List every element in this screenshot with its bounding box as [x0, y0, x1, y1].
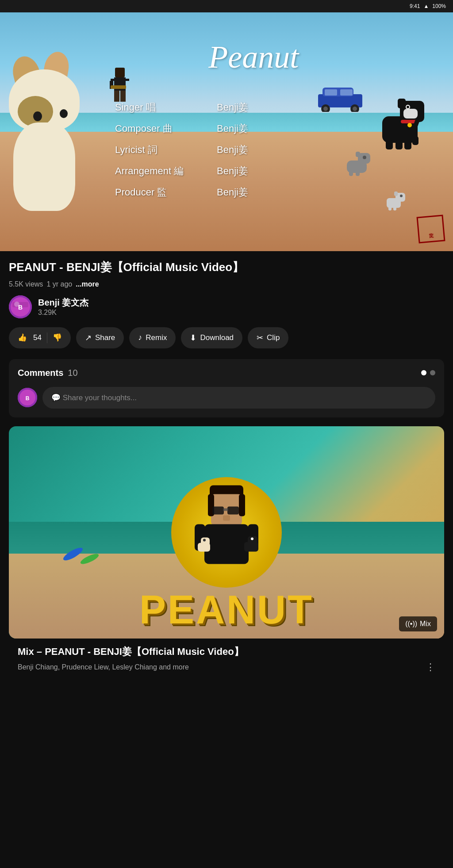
gray-dog-svg [342, 149, 373, 176]
channel-avatar-image: B [9, 295, 32, 318]
comments-label: Comments [18, 368, 63, 378]
status-time: 9:41 [410, 3, 420, 9]
composer-label: Composer 曲 [115, 122, 203, 135]
share-label: Share [95, 333, 115, 342]
svg-rect-14 [325, 89, 337, 96]
comments-count: 10 [68, 368, 77, 378]
wifi-icon: ▲ [423, 3, 429, 9]
download-label: Download [200, 333, 234, 342]
svg-rect-15 [340, 89, 353, 96]
related-video-info: Mix – PEANUT - BENJI姜【Official Music Vid… [9, 646, 444, 673]
dog-eye-left [33, 111, 42, 121]
clip-button[interactable]: ✂ Clip [248, 327, 288, 348]
status-wifi: ▲ [423, 3, 429, 9]
arrangement-value: Benji姜 [217, 164, 248, 178]
arrangement-label: Arrangement 編 [115, 164, 203, 178]
black-dog-svg [373, 92, 431, 149]
dog-body [13, 122, 75, 211]
producer-label: Producer 監 [115, 186, 203, 199]
svg-point-31 [363, 156, 366, 159]
svg-rect-52 [239, 494, 245, 516]
related-channel-info: Benji Chiang, Prudence Liew, Lesley Chia… [18, 663, 426, 671]
tiny-dog-svg [384, 189, 409, 211]
comments-sort-icons[interactable] [421, 370, 435, 375]
mix-radio-icon: ((•)) [405, 620, 417, 628]
svg-rect-7 [120, 91, 126, 102]
pixel-person-container [187, 481, 266, 580]
sort-dot-active [421, 370, 426, 375]
black-white-dog [373, 92, 431, 151]
svg-rect-32 [356, 152, 360, 157]
sort-dot-inactive [430, 370, 435, 375]
comment-icon: 💬 [51, 394, 61, 402]
comments-header: Comments 10 [18, 368, 435, 378]
pixel-car-container [316, 83, 365, 114]
svg-point-23 [407, 123, 412, 127]
download-icon: ⬇ [190, 333, 196, 343]
channel-row: B Benji 姜文杰 3.29K [9, 295, 444, 318]
svg-point-11 [323, 107, 328, 111]
channel-name[interactable]: Benji 姜文杰 [38, 297, 88, 309]
more-link[interactable]: ...more [76, 280, 99, 288]
lyricist-value: Benji姜 [217, 143, 248, 157]
remix-label: Remix [146, 333, 167, 342]
related-meta: Benji Chiang, Prudence Liew, Lesley Chia… [18, 662, 435, 673]
credit-row-arrangement: Arrangement 編 Benji姜 [115, 164, 248, 178]
pixel-car-svg [316, 83, 365, 112]
commenter-avatar: B [18, 388, 37, 407]
svg-rect-57 [204, 524, 249, 564]
svg-rect-54 [227, 506, 239, 514]
tiny-pixel-dog [384, 189, 409, 213]
lyricist-label: Lyricist 詞 [115, 143, 203, 157]
svg-rect-64 [248, 536, 257, 545]
video-peanut-title: Peanut [208, 39, 299, 76]
svg-rect-61 [201, 537, 210, 545]
svg-point-20 [407, 106, 409, 108]
svg-rect-34 [356, 171, 360, 176]
svg-rect-4 [111, 85, 126, 89]
svg-rect-56 [223, 515, 230, 520]
svg-rect-0 [115, 68, 125, 77]
composer-value: Benji姜 [217, 122, 248, 135]
svg-point-65 [251, 537, 253, 540]
share-button[interactable]: ↗ Share [76, 327, 124, 348]
guitarist-svg [102, 65, 137, 110]
pixel-guitarist [102, 65, 137, 110]
dog-eye-right [60, 109, 68, 118]
singer-value: Benji姜 [217, 101, 248, 114]
related-video-title[interactable]: Mix – PEANUT - BENJI姜【Official Music Vid… [18, 646, 435, 658]
comment-input[interactable]: 💬 Share your thoughts... [42, 387, 435, 409]
svg-rect-38 [394, 191, 398, 196]
stamp-seal: 文龍 [416, 214, 445, 243]
status-bar: 9:41 ▲ 100% [0, 0, 453, 12]
clip-label: Clip [267, 333, 280, 342]
like-count: 54 [33, 333, 42, 342]
like-button[interactable]: 👍 54 👎 [9, 327, 71, 348]
svg-point-62 [203, 539, 206, 541]
svg-rect-33 [349, 171, 353, 176]
credits-box: Singer 唱 Benji姜 Composer 曲 Benji姜 Lyrici… [115, 101, 248, 199]
download-button[interactable]: ⬇ Download [181, 327, 242, 348]
credit-row-producer: Producer 監 Benji姜 [115, 186, 248, 199]
svg-point-13 [353, 107, 357, 111]
action-buttons-row: 👍 54 👎 ↗ Share ♪ Remix ⬇ Download ✂ Clip [9, 327, 444, 350]
peanut-big-text: PEANUT [9, 590, 444, 630]
commenter-avatar-image: B [18, 388, 37, 407]
svg-rect-28 [412, 136, 418, 145]
remix-button[interactable]: ♪ Remix [129, 327, 176, 348]
related-more-button[interactable]: ⋮ [426, 662, 435, 673]
svg-rect-2 [111, 79, 116, 81]
svg-rect-5 [124, 79, 129, 81]
gray-small-dog [342, 149, 373, 178]
avatar-inner: B [9, 295, 32, 318]
share-icon: ↗ [85, 333, 92, 343]
remix-icon: ♪ [138, 333, 142, 342]
comment-input-row: B 💬 Share your thoughts... [18, 387, 435, 409]
channel-info: Benji 姜文杰 3.29K [38, 297, 88, 317]
related-thumbnail[interactable]: PEANUT ((•)) Mix [9, 426, 444, 639]
mix-label: Mix [420, 620, 431, 628]
channel-avatar[interactable]: B [9, 295, 32, 318]
video-thumbnail[interactable]: Peanut Singer 唱 Benji姜 Composer 曲 Benji姜… [0, 12, 453, 251]
svg-rect-25 [386, 140, 393, 149]
svg-text:B: B [18, 304, 23, 311]
